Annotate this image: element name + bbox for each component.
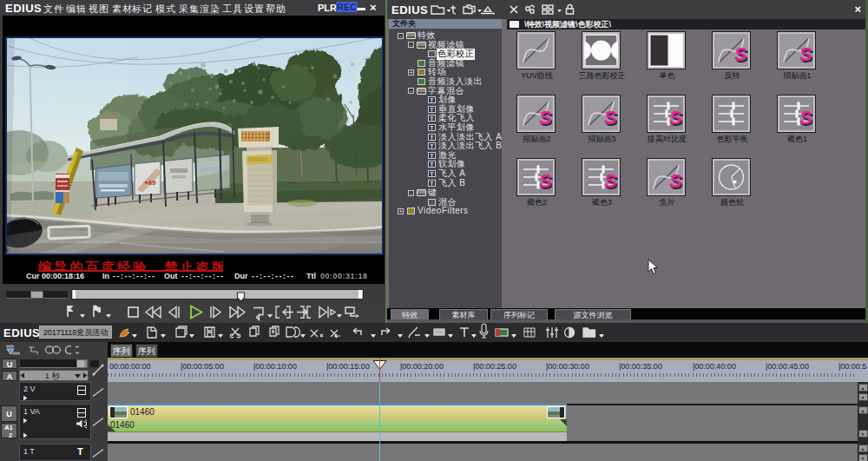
svg-text:1 秒: 1 秒 <box>45 372 61 380</box>
svg-text:+69: +69 <box>144 179 156 187</box>
